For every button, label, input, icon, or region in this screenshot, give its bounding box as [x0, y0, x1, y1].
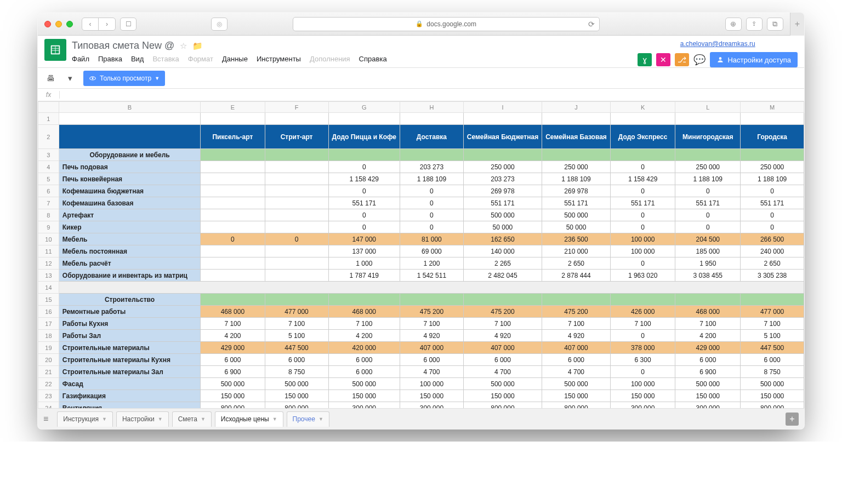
row-header[interactable]: 10 — [38, 233, 59, 245]
row-header[interactable]: 9 — [38, 221, 59, 233]
cell[interactable]: 50 000 — [542, 221, 611, 233]
cell[interactable]: 0 — [328, 209, 400, 221]
zoom-window-button[interactable] — [66, 21, 73, 27]
cell[interactable]: 50 000 — [463, 221, 542, 233]
column-header[interactable]: G — [328, 102, 400, 113]
forward-button[interactable]: › — [99, 18, 115, 30]
cell[interactable] — [328, 294, 400, 306]
cell[interactable]: 429 000 — [201, 342, 265, 354]
cell[interactable]: 4 700 — [400, 366, 464, 378]
cell[interactable] — [610, 294, 675, 306]
row-header[interactable]: 15 — [38, 294, 59, 306]
filter-icon[interactable]: ▾ — [66, 71, 75, 85]
cell[interactable]: 7 100 — [328, 318, 400, 330]
cell[interactable]: 426 000 — [610, 306, 675, 318]
cell[interactable] — [59, 113, 200, 125]
cell[interactable] — [400, 294, 464, 306]
reload-icon[interactable]: ⟳ — [588, 20, 595, 28]
menu-edit[interactable]: Правка — [98, 55, 122, 63]
row-header[interactable]: 17 — [38, 318, 59, 330]
cell[interactable]: 1 158 429 — [610, 173, 675, 185]
cell[interactable]: 150 000 — [463, 390, 542, 402]
spreadsheet-grid[interactable]: BEFGHIJKLM12Пиксель-артСтрит-артДодо Пиц… — [38, 101, 804, 408]
cell[interactable]: 269 978 — [542, 185, 611, 197]
cell[interactable]: 150 000 — [610, 390, 675, 402]
row-header[interactable]: 22 — [38, 378, 59, 390]
cell[interactable]: 447 500 — [265, 342, 328, 354]
new-tab-button[interactable]: + — [790, 13, 804, 36]
cell[interactable]: 429 000 — [675, 342, 741, 354]
cell[interactable]: 100 000 — [400, 378, 464, 390]
cell[interactable]: 500 000 — [265, 378, 328, 390]
row-header[interactable]: 20 — [38, 354, 59, 366]
cell[interactable]: 1 200 — [400, 257, 464, 270]
cell[interactable]: 0 — [675, 185, 741, 197]
row-label[interactable]: Печь конвейерная — [59, 173, 200, 185]
cell[interactable]: 500 000 — [675, 378, 741, 390]
cell[interactable]: 1 188 109 — [675, 173, 741, 185]
cell[interactable]: 551 171 — [610, 197, 675, 209]
tab-source-prices[interactable]: Исходные цены▼ — [215, 411, 283, 427]
cell[interactable] — [542, 294, 611, 306]
cell[interactable]: 6 000 — [675, 354, 741, 366]
cell[interactable]: 551 171 — [741, 197, 804, 209]
row-label[interactable]: Строительные материалы — [59, 342, 200, 354]
cell[interactable]: 4 920 — [463, 330, 542, 342]
document-title[interactable]: Типовая смета New @ — [72, 40, 174, 51]
cell[interactable] — [542, 113, 611, 125]
cell[interactable] — [265, 113, 328, 125]
cell[interactable]: 551 171 — [542, 197, 611, 209]
cell[interactable]: 4 200 — [328, 330, 400, 342]
cell[interactable]: 0 — [741, 185, 804, 197]
cell[interactable]: 300 000 — [675, 402, 741, 409]
header-cell[interactable]: Додо Экспресс — [610, 125, 675, 149]
cell[interactable] — [741, 149, 804, 161]
cell[interactable] — [201, 149, 265, 161]
row-header[interactable]: 14 — [38, 282, 59, 294]
cell[interactable]: 1 158 429 — [328, 173, 400, 185]
header-cell[interactable] — [59, 125, 200, 149]
cell[interactable]: 6 000 — [542, 354, 611, 366]
cell[interactable] — [201, 221, 265, 233]
row-label[interactable]: Работы Кухня — [59, 318, 200, 330]
cell[interactable]: 266 500 — [741, 233, 804, 245]
cell[interactable]: 3 038 455 — [675, 270, 741, 282]
cell[interactable] — [201, 161, 265, 173]
row-header[interactable]: 7 — [38, 197, 59, 209]
cell[interactable]: 5 100 — [265, 330, 328, 342]
back-button[interactable]: ‹ — [82, 18, 99, 30]
cell[interactable]: 468 000 — [328, 306, 400, 318]
cell[interactable]: 4 700 — [542, 366, 611, 378]
cell[interactable]: 475 200 — [542, 306, 611, 318]
row-label[interactable]: Вентиляция — [59, 402, 200, 409]
cell[interactable]: 1 188 109 — [741, 173, 804, 185]
cell[interactable]: 551 171 — [463, 197, 542, 209]
cell[interactable]: 4 200 — [201, 330, 265, 342]
row-label[interactable]: Кофемашина базовая — [59, 197, 200, 209]
downloads-button[interactable]: ⊕ — [725, 18, 742, 31]
menu-view[interactable]: Вид — [131, 55, 144, 63]
tab-instruction[interactable]: Инструкция▼ — [57, 411, 113, 427]
row-label[interactable]: Ремонтные работы — [59, 306, 200, 318]
cell[interactable]: 800 000 — [542, 402, 611, 409]
cell[interactable]: 150 000 — [201, 390, 265, 402]
cell[interactable] — [463, 294, 542, 306]
cell[interactable] — [201, 257, 265, 270]
formula-input[interactable] — [60, 89, 804, 101]
menu-data[interactable]: Данные — [222, 55, 248, 63]
minimize-window-button[interactable] — [55, 21, 62, 27]
row-label[interactable]: Мебель постоянная — [59, 245, 200, 257]
cell[interactable]: 0 — [610, 209, 675, 221]
tab-estimate[interactable]: Смета▼ — [172, 411, 212, 427]
row-label[interactable]: Мебель — [59, 233, 200, 245]
column-header[interactable]: B — [59, 102, 200, 113]
cell[interactable]: 447 500 — [741, 342, 804, 354]
cell[interactable]: 477 000 — [265, 306, 328, 318]
cell[interactable]: 2 650 — [542, 257, 611, 270]
cell[interactable]: 7 100 — [542, 318, 611, 330]
cell[interactable]: 5 100 — [741, 330, 804, 342]
cell[interactable]: 6 900 — [675, 366, 741, 378]
move-folder-icon[interactable]: 📁 — [192, 41, 203, 51]
cell[interactable]: 551 171 — [328, 197, 400, 209]
cell[interactable]: 0 — [328, 185, 400, 197]
